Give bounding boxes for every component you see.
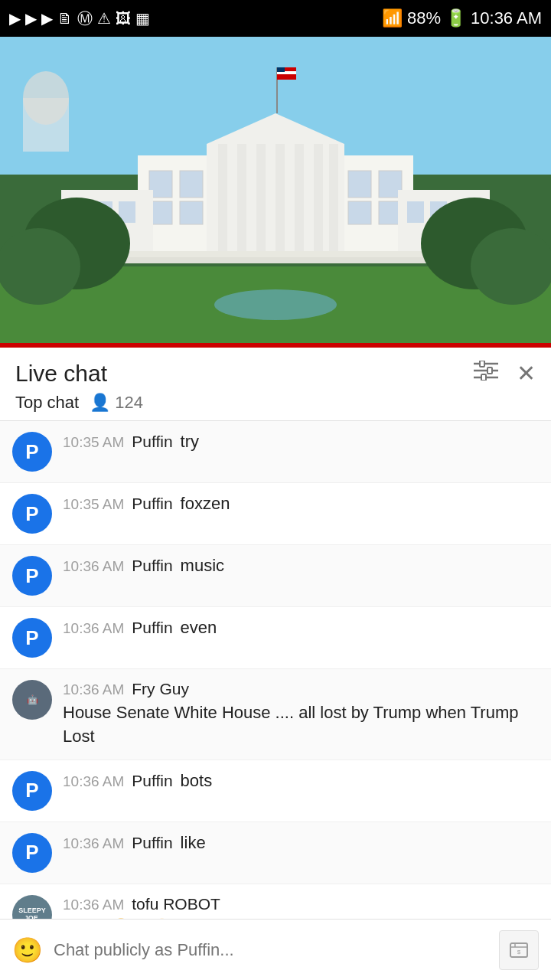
emoji-button[interactable]: 🙂 xyxy=(12,936,43,965)
chat-title: Live chat xyxy=(15,361,107,387)
status-left-icons: ▶ ▶ ▶ 🗎 Ⓜ ⚠ 🖼 ▦ xyxy=(9,8,150,29)
svg-rect-11 xyxy=(256,144,266,251)
message-body: 10:36 AM Puffin bots xyxy=(63,771,539,794)
filter-icon[interactable] xyxy=(474,361,498,386)
svg-point-37 xyxy=(471,228,551,305)
time-display: 10:36 AM xyxy=(471,8,542,28)
message-author: Puffin xyxy=(132,557,172,575)
app-icon-6: ⚠ xyxy=(97,9,111,28)
message-time: 10:36 AM xyxy=(63,773,124,790)
chat-message: 🤖 10:36 AM Fry Guy House Senate White Ho… xyxy=(0,669,551,760)
message-meta: 10:36 AM Fry Guy xyxy=(63,680,539,698)
avatar: P xyxy=(12,771,52,811)
avatar: P xyxy=(12,556,52,596)
close-icon[interactable]: ✕ xyxy=(517,360,536,387)
viewer-count-number: 124 xyxy=(115,393,143,413)
avatar: 🤖 xyxy=(12,680,52,720)
message-author: Puffin xyxy=(132,433,172,451)
chat-message: P 10:35 AM Puffin foxzen xyxy=(0,483,551,545)
chat-header-icons: ✕ xyxy=(474,360,536,387)
message-content: bots xyxy=(181,771,213,791)
avatar: P xyxy=(12,833,52,873)
hero-image xyxy=(0,37,551,343)
message-time: 10:35 AM xyxy=(63,496,124,513)
chat-header: Live chat ✕ xyxy=(0,348,551,393)
message-content: foxzen xyxy=(181,494,230,514)
chat-message: P 10:36 AM Puffin like xyxy=(0,822,551,884)
app-icon-2: ▶ xyxy=(25,9,37,28)
svg-rect-10 xyxy=(237,144,246,251)
avatar: P xyxy=(12,494,52,534)
chat-message: P 10:36 AM Puffin even xyxy=(0,607,551,669)
app-icon-5: Ⓜ xyxy=(77,8,93,29)
app-icon-1: ▶ xyxy=(9,9,21,28)
message-time: 10:35 AM xyxy=(63,434,124,451)
battery-text: 88% xyxy=(407,8,441,28)
message-time: 10:36 AM xyxy=(63,681,124,698)
message-author: Puffin xyxy=(132,495,172,513)
app-icon-4: 🗎 xyxy=(57,10,73,28)
message-content: like xyxy=(181,833,206,853)
message-time: 10:36 AM xyxy=(63,897,124,913)
svg-rect-9 xyxy=(218,144,227,251)
message-time: 10:36 AM xyxy=(63,558,124,575)
avatar: P xyxy=(12,432,52,472)
live-chat-panel: Live chat ✕ Top chat 👤 124 xyxy=(0,348,551,951)
svg-rect-21 xyxy=(180,201,203,224)
wifi-icon: 📶 xyxy=(382,8,403,28)
message-meta: 10:35 AM Puffin foxzen xyxy=(63,494,539,514)
svg-text:$: $ xyxy=(517,949,521,956)
svg-rect-14 xyxy=(314,144,323,251)
chat-input[interactable] xyxy=(54,940,488,960)
svg-point-36 xyxy=(0,228,80,305)
message-content: House Senate White House .... all lost b… xyxy=(63,701,539,749)
svg-rect-29 xyxy=(407,201,424,223)
app-icon-7: 🖼 xyxy=(116,10,131,28)
svg-rect-13 xyxy=(295,144,304,251)
chat-message: P 10:35 AM Puffin try xyxy=(0,421,551,483)
message-author: Puffin xyxy=(132,619,172,637)
top-chat-label: Top chat xyxy=(15,393,79,413)
message-meta: 10:36 AM Puffin like xyxy=(63,833,539,853)
chat-message: P 10:36 AM Puffin music xyxy=(0,545,551,607)
person-icon: 👤 xyxy=(90,393,110,413)
battery-icon: 🔋 xyxy=(445,8,466,28)
svg-rect-46 xyxy=(487,368,492,374)
chat-messages: P 10:35 AM Puffin try P 10:35 AM Puffin … xyxy=(0,421,551,951)
message-body: 10:36 AM Puffin music xyxy=(63,556,539,579)
svg-rect-17 xyxy=(180,171,203,198)
svg-rect-18 xyxy=(348,171,371,198)
status-bar: ▶ ▶ ▶ 🗎 Ⓜ ⚠ 🖼 ▦ 📶 88% 🔋 10:36 AM xyxy=(0,0,551,37)
avatar: P xyxy=(12,618,52,658)
message-content: try xyxy=(181,432,199,452)
message-body: 10:35 AM Puffin try xyxy=(63,432,539,455)
message-time: 10:36 AM xyxy=(63,835,124,852)
svg-point-5 xyxy=(214,289,337,320)
app-icon-8: ▦ xyxy=(135,9,150,28)
send-icon: $ xyxy=(509,942,529,959)
message-author: Puffin xyxy=(132,772,172,790)
svg-rect-47 xyxy=(481,374,486,381)
svg-rect-45 xyxy=(480,361,484,367)
app-icon-3: ▶ xyxy=(41,9,53,28)
message-body: 10:35 AM Puffin foxzen xyxy=(63,494,539,517)
message-content: even xyxy=(181,618,217,638)
svg-rect-15 xyxy=(329,144,338,251)
svg-rect-22 xyxy=(348,201,371,224)
avatar-icon: 🤖 xyxy=(27,694,38,705)
message-content: music xyxy=(181,556,224,576)
message-meta: 10:36 AM Puffin music xyxy=(63,556,539,576)
viewer-count: 👤 124 xyxy=(90,393,143,413)
message-meta: 10:36 AM Puffin even xyxy=(63,618,539,638)
chat-sub-header: Top chat 👤 124 xyxy=(0,393,551,421)
message-author: tofu ROBOT xyxy=(132,895,220,913)
send-button[interactable]: $ xyxy=(499,930,539,970)
status-right-icons: 📶 88% 🔋 10:36 AM xyxy=(382,8,542,28)
svg-rect-41 xyxy=(277,67,285,72)
message-author: Fry Guy xyxy=(132,680,189,698)
message-time: 10:36 AM xyxy=(63,620,124,637)
message-author: Puffin xyxy=(132,834,172,852)
chat-message: P 10:36 AM Puffin bots xyxy=(0,760,551,822)
white-house-svg xyxy=(0,37,551,343)
svg-rect-33 xyxy=(115,257,436,263)
